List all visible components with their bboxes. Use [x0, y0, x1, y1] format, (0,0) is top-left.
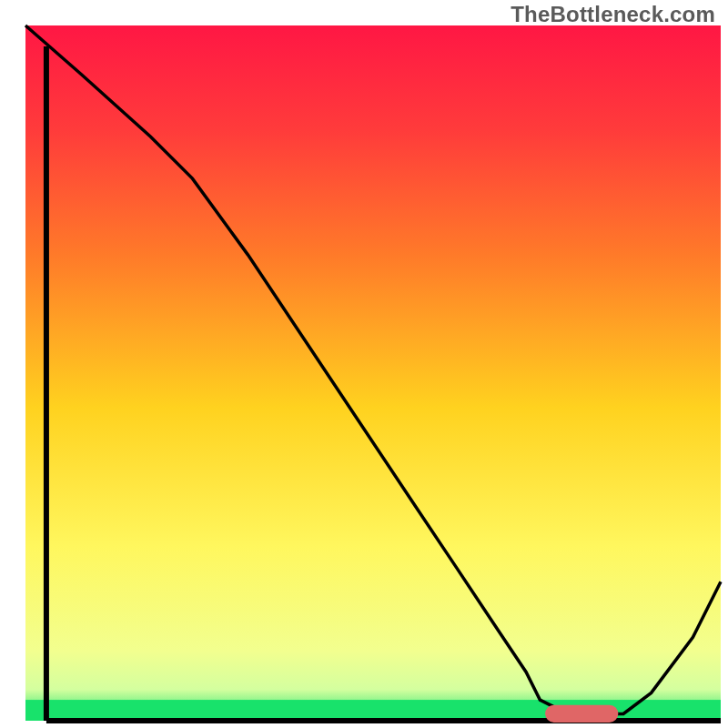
plot-background [25, 25, 721, 721]
watermark-text: TheBottleneck.com [511, 2, 715, 27]
chart-container: TheBottleneck.com [0, 0, 728, 728]
bottleneck-chart [0, 0, 728, 728]
